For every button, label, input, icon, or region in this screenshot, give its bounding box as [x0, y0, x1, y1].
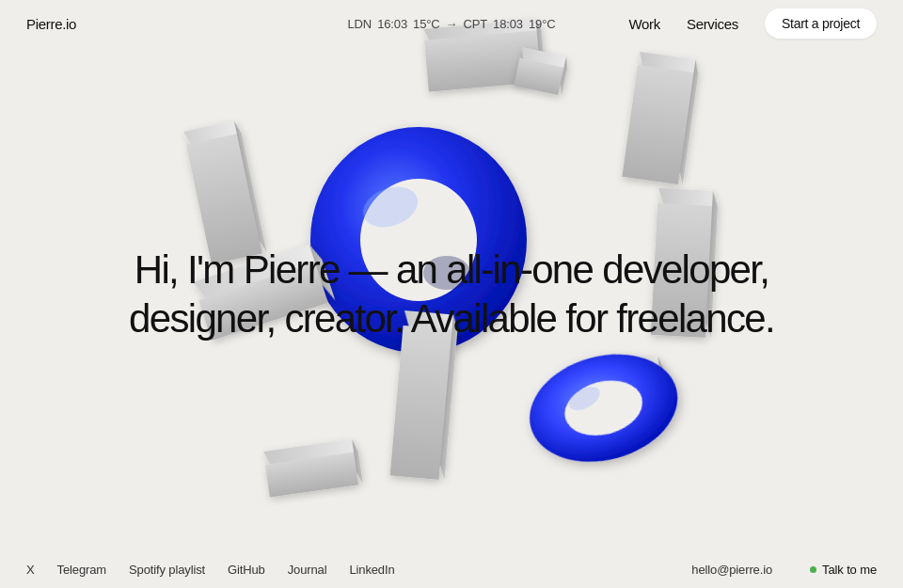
svg-point-25 — [517, 339, 689, 478]
svg-point-10 — [360, 179, 477, 301]
svg-rect-29 — [265, 453, 358, 498]
svg-point-27 — [565, 382, 604, 415]
footer-linkedin-link[interactable]: LinkedIn — [349, 563, 394, 577]
temp2: 19°C — [529, 17, 556, 31]
nav-work-link[interactable]: Work — [628, 16, 660, 32]
footer-x-link[interactable]: X — [26, 563, 35, 577]
hero-section: Hi, I'm Pierre — an all-in-one developer… — [94, 245, 809, 343]
svg-marker-18 — [438, 315, 458, 481]
city1: LDN — [348, 17, 372, 31]
blue-torus-small — [517, 339, 689, 478]
svg-rect-17 — [390, 326, 452, 480]
nav-services-link[interactable]: Services — [687, 16, 738, 32]
footer-talk-label: Talk to me — [822, 563, 877, 577]
svg-marker-13 — [193, 242, 322, 300]
svg-point-9 — [310, 127, 527, 353]
3d-scene — [0, 0, 903, 546]
hero-line1: Hi, I'm Pierre — an all-in-one developer… — [135, 246, 768, 291]
logo[interactable]: Pierre.io — [26, 16, 76, 32]
arrow-icon: → — [446, 17, 458, 31]
svg-marker-31 — [520, 47, 570, 69]
nav-location: LDN 16:03 15°C → CPT 18:03 19°C — [348, 17, 556, 31]
grey-block-flat-left — [193, 242, 335, 340]
footer-telegram-link[interactable]: Telegram — [57, 563, 106, 577]
footer-spotify-link[interactable]: Spotify playlist — [129, 563, 205, 577]
footer-journal-link[interactable]: Journal — [288, 563, 327, 577]
footer-links: X Telegram Spotify playlist GitHub Journ… — [26, 563, 395, 577]
footer-email[interactable]: hello@pierre.io — [691, 563, 772, 577]
svg-point-12 — [423, 256, 470, 290]
blue-torus-large — [310, 127, 527, 353]
svg-rect-4 — [622, 65, 693, 184]
svg-marker-3 — [638, 52, 700, 73]
svg-marker-6 — [183, 120, 242, 145]
hero-heading: Hi, I'm Pierre — an all-in-one developer… — [94, 245, 809, 343]
svg-rect-14 — [198, 262, 328, 341]
footer-talk-link[interactable]: Talk to me — [810, 563, 877, 577]
grey-block-left — [183, 120, 267, 264]
svg-marker-33 — [558, 56, 570, 96]
grey-block-right — [651, 188, 719, 338]
svg-marker-19 — [657, 188, 719, 206]
hero-line2: designer, creator. Available for freelan… — [129, 296, 774, 341]
svg-marker-8 — [234, 120, 267, 254]
grey-block-bottom-right — [583, 356, 671, 419]
temp1: 15°C — [413, 17, 440, 31]
nav-links: Work Services Start a project — [628, 8, 877, 39]
city2: CPT — [463, 17, 487, 31]
svg-marker-30 — [352, 438, 363, 485]
grey-block-small-top — [514, 47, 570, 96]
svg-marker-15 — [309, 242, 336, 302]
time2: 18:03 — [493, 17, 523, 31]
svg-rect-7 — [186, 134, 262, 264]
footer-github-link[interactable]: GitHub — [228, 563, 265, 577]
navbar: Pierre.io LDN 16:03 15°C → CPT 18:03 19°… — [0, 0, 903, 47]
svg-point-26 — [559, 373, 649, 444]
grey-block-upper-right — [622, 52, 700, 185]
footer: X Telegram Spotify playlist GitHub Journ… — [0, 550, 903, 588]
online-status-dot — [810, 566, 816, 573]
svg-marker-21 — [705, 191, 719, 338]
3d-scene-svg — [0, 0, 903, 546]
svg-rect-20 — [651, 203, 712, 338]
svg-marker-28 — [263, 438, 358, 465]
svg-point-11 — [357, 180, 423, 234]
svg-marker-5 — [678, 59, 701, 184]
svg-marker-24 — [657, 356, 671, 408]
grey-block-center-bottom — [390, 310, 459, 480]
svg-rect-32 — [514, 58, 563, 95]
svg-marker-16 — [404, 310, 459, 330]
time1: 16:03 — [377, 17, 407, 31]
svg-rect-23 — [586, 373, 666, 420]
grey-block-lower-left — [263, 438, 363, 497]
svg-marker-22 — [583, 356, 666, 384]
start-project-button[interactable]: Start a project — [765, 8, 877, 39]
